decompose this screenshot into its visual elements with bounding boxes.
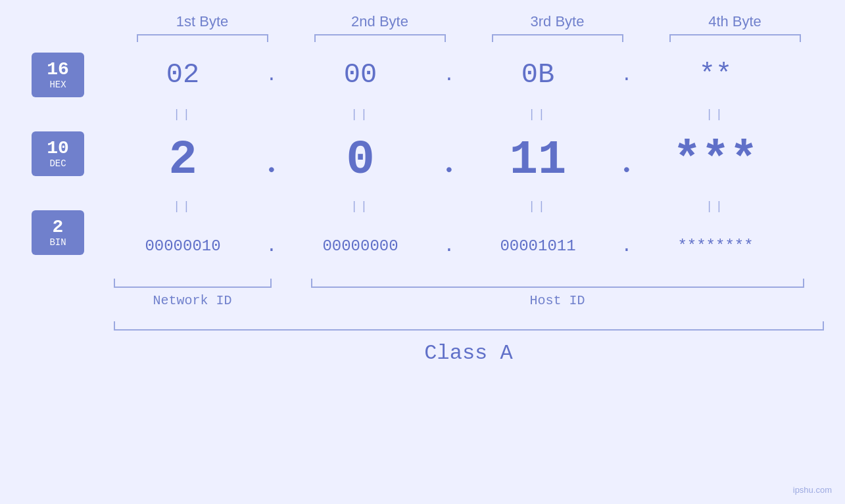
full-bracket xyxy=(114,321,824,331)
hex-dot3: . xyxy=(617,65,637,85)
dec-badge: 10 DEC xyxy=(32,131,84,176)
dec-b3: 11 xyxy=(459,133,617,187)
bracket-byte4 xyxy=(669,34,801,42)
byte2-header: 2nd Byte xyxy=(308,13,452,30)
hex-b2: 00 xyxy=(281,59,439,91)
eq2-b1: || xyxy=(104,200,262,213)
bracket-byte2 xyxy=(314,34,446,42)
dec-dot2: • xyxy=(439,160,459,181)
main-container: 1st Byte 2nd Byte 3rd Byte 4th Byte 16 H… xyxy=(0,0,845,504)
label-gap xyxy=(272,293,311,308)
dec-dot1: • xyxy=(262,160,281,181)
dec-badge-num: 10 xyxy=(47,139,69,159)
eq2-b2: || xyxy=(281,200,439,213)
equals-row-2: || || || || xyxy=(104,193,845,219)
badges-column: 16 HEX 10 DEC 2 BIN xyxy=(0,49,84,272)
bin-badge-num: 2 xyxy=(53,218,64,238)
dec-data-row: 2 • 0 • 11 • *** xyxy=(104,127,845,193)
bin-dot3: . xyxy=(617,236,637,256)
hex-badge: 16 HEX xyxy=(32,53,84,97)
dec-b2: 0 xyxy=(281,133,439,187)
bottom-brackets-row xyxy=(114,279,824,288)
eq2-b3: || xyxy=(459,200,617,213)
id-labels: Network ID Host ID xyxy=(114,293,824,308)
class-label: Class A xyxy=(114,341,824,365)
bin-b2: 00000000 xyxy=(281,237,439,255)
bin-badge: 2 BIN xyxy=(32,210,84,255)
hex-b3: 0B xyxy=(459,59,617,91)
bin-b1: 00000010 xyxy=(104,237,262,255)
full-bracket-area xyxy=(114,321,824,331)
equals-row-1: || || || || xyxy=(104,101,845,127)
byte1-header: 1st Byte xyxy=(130,13,275,30)
all-content: 16 HEX 10 DEC 2 BIN xyxy=(0,49,845,272)
hex-dot2: . xyxy=(439,65,459,85)
eq1-b4: || xyxy=(637,108,794,121)
bracket-byte3 xyxy=(492,34,623,42)
bracket-byte1 xyxy=(137,34,268,42)
bin-b4: ******** xyxy=(637,237,794,255)
top-brackets xyxy=(114,34,824,42)
hex-b1: 02 xyxy=(104,59,262,91)
rows-container: 02 . 00 . 0B . ** || || || || 2 • xyxy=(104,49,845,272)
bin-dot2: . xyxy=(439,236,459,256)
bottom-bracket-area: Network ID Host ID xyxy=(114,279,824,308)
hex-data-row: 02 . 00 . 0B . ** xyxy=(104,49,845,101)
bracket-host xyxy=(311,279,804,288)
hex-dot1: . xyxy=(262,65,281,85)
bin-dot1: . xyxy=(262,236,281,256)
bin-badge-label: BIN xyxy=(49,237,66,248)
hex-b4: ** xyxy=(637,59,794,91)
byte-headers: 1st Byte 2nd Byte 3rd Byte 4th Byte xyxy=(114,13,824,30)
hex-badge-num: 16 xyxy=(47,60,69,80)
dec-badge-label: DEC xyxy=(49,158,66,169)
host-id-label: Host ID xyxy=(311,293,804,308)
watermark: ipshu.com xyxy=(793,485,832,495)
bin-b3: 00001011 xyxy=(459,237,617,255)
eq1-b1: || xyxy=(104,108,262,121)
eq2-b4: || xyxy=(637,200,794,213)
dec-b1: 2 xyxy=(104,133,262,187)
byte4-header: 4th Byte xyxy=(663,13,808,30)
dec-dot3: • xyxy=(617,160,637,181)
bracket-network xyxy=(114,279,272,288)
hex-badge-label: HEX xyxy=(49,80,66,90)
eq1-b2: || xyxy=(281,108,439,121)
byte3-header: 3rd Byte xyxy=(485,13,630,30)
eq1-b3: || xyxy=(459,108,617,121)
dec-b4: *** xyxy=(637,133,794,187)
network-id-label: Network ID xyxy=(114,293,272,308)
bin-data-row: 00000010 . 00000000 . 00001011 . *******… xyxy=(104,219,845,272)
